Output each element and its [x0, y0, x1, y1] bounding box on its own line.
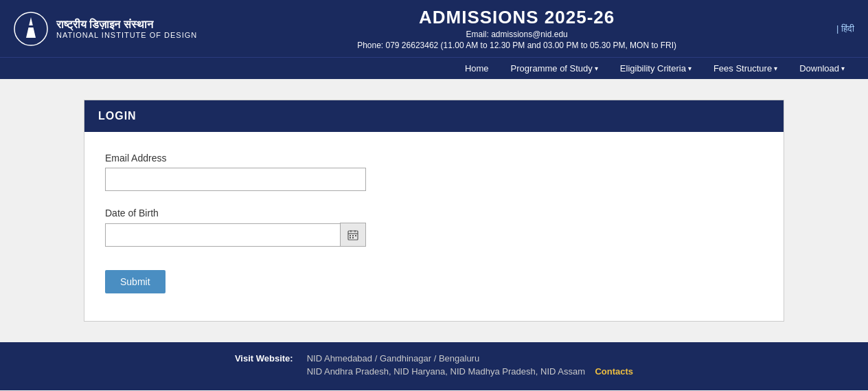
logo-english: NATIONAL INSTITUTE OF DESIGN [56, 31, 197, 39]
login-body: Email Address Date of Birth [84, 132, 784, 321]
dob-form-group: Date of Birth [105, 208, 763, 247]
svg-rect-8 [352, 235, 354, 236]
svg-rect-2 [27, 25, 34, 27]
calendar-icon [347, 230, 358, 241]
navbar: Home Programme of Study ▾ Eligibility Cr… [0, 57, 868, 79]
dob-input[interactable] [105, 223, 340, 247]
eligibility-dropdown-arrow: ▾ [688, 65, 692, 72]
submit-button[interactable]: Submit [105, 270, 165, 293]
nav-download[interactable]: Download ▾ [790, 58, 854, 79]
header-right: | हिंदी [836, 23, 854, 34]
footer-link-states[interactable]: NID Andhra Pradesh, NID Haryana, NID Mad… [307, 366, 588, 377]
download-dropdown-arrow: ▾ [841, 65, 845, 72]
logo-text: राष्ट्रीय डिज़ाइन संस्थान NATIONAL INSTI… [56, 19, 197, 39]
logo-hindi: राष्ट्रीय डिज़ाइन संस्थान [56, 19, 197, 31]
programme-dropdown-arrow: ▾ [595, 65, 598, 72]
calendar-button[interactable] [340, 223, 366, 247]
footer: Visit Website: NID Ahmedabad / Gandhinag… [0, 342, 868, 390]
footer-inner: Visit Website: NID Ahmedabad / Gandhinag… [14, 353, 854, 379]
dob-label: Date of Birth [105, 208, 763, 219]
footer-links: NID Ahmedabad / Gandhinagar / Bengaluru … [307, 353, 633, 379]
email-input[interactable] [105, 168, 366, 191]
footer-row-1: NID Ahmedabad / Gandhinagar / Bengaluru [307, 353, 633, 364]
svg-rect-11 [352, 237, 354, 238]
header-center: ADMISSIONS 2025-26 Email: admissions@nid… [357, 7, 676, 50]
phone-info: Phone: 079 26623462 (11.00 AM to 12.30 P… [357, 41, 676, 50]
login-box: LOGIN Email Address Date of Birth [84, 100, 784, 322]
nav-fees[interactable]: Fees Structure ▾ [704, 58, 787, 79]
header: राष्ट्रीय डिज़ाइन संस्थान NATIONAL INSTI… [0, 0, 868, 57]
svg-rect-7 [350, 235, 351, 236]
footer-link-ahmedabad[interactable]: NID Ahmedabad / Gandhinagar / Bengaluru [307, 353, 480, 364]
svg-rect-9 [355, 235, 356, 236]
svg-rect-10 [350, 237, 351, 238]
email-info: Email: admissions@nid.edu [357, 30, 676, 39]
header-left: राष्ट्रीय डिज़ाइन संस्थान NATIONAL INSTI… [14, 12, 197, 46]
nid-logo-icon [14, 12, 48, 46]
nav-programme[interactable]: Programme of Study ▾ [501, 58, 608, 79]
email-label: Email Address [105, 153, 763, 164]
login-heading: LOGIN [84, 100, 784, 132]
fees-dropdown-arrow: ▾ [774, 65, 777, 72]
nav-home[interactable]: Home [455, 58, 499, 79]
footer-contacts-link[interactable]: Contacts [595, 366, 633, 377]
main-content: LOGIN Email Address Date of Birth [70, 100, 798, 322]
date-input-wrapper [105, 223, 366, 247]
footer-row-2: NID Andhra Pradesh, NID Haryana, NID Mad… [307, 366, 633, 377]
admissions-title: ADMISSIONS 2025-26 [357, 7, 676, 28]
footer-visit-label: Visit Website: [235, 353, 293, 364]
email-form-group: Email Address [105, 153, 763, 191]
hindi-lang-link[interactable]: | हिंदी [836, 23, 854, 34]
nav-eligibility[interactable]: Eligibility Criteria ▾ [610, 58, 701, 79]
